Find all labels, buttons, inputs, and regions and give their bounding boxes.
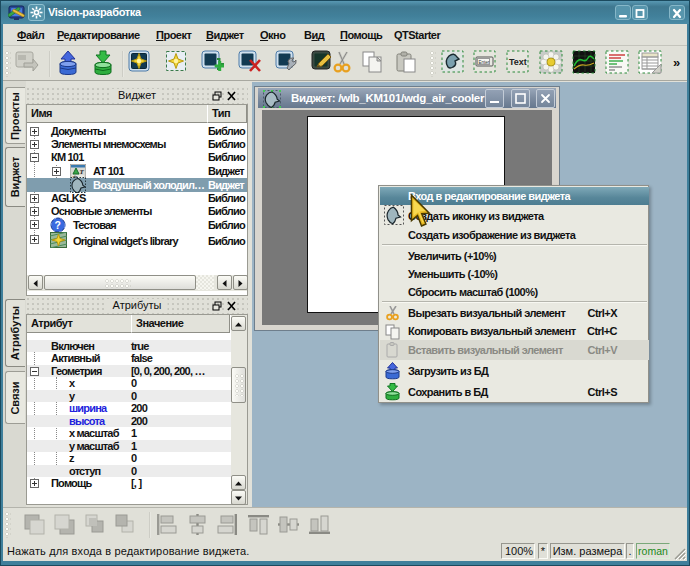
svg-text:Text: Text [509, 57, 527, 67]
svg-text:Enter: Enter [479, 60, 490, 65]
svg-text:?: ? [55, 219, 61, 231]
